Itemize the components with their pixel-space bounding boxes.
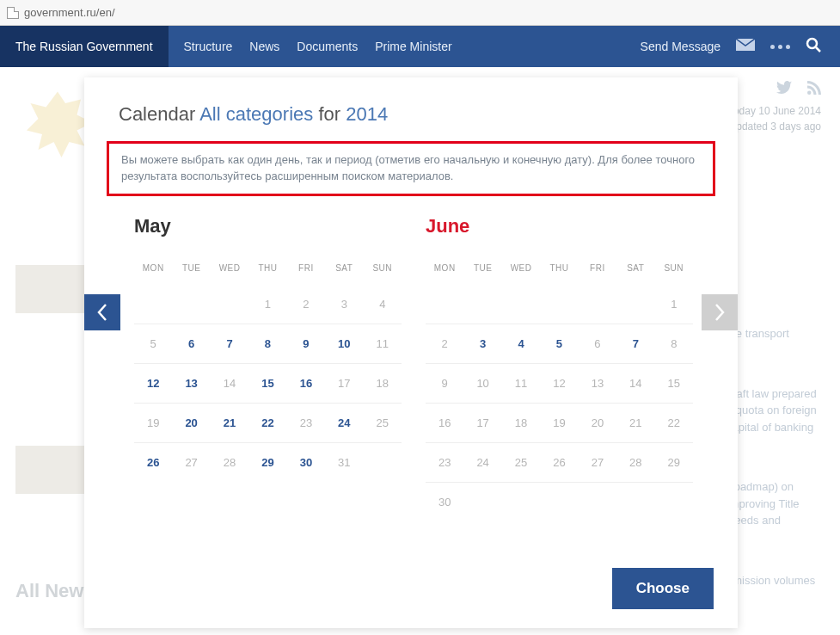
calendar-day[interactable]: 4: [364, 285, 402, 324]
calendar-day[interactable]: 8: [248, 324, 286, 364]
calendar-day[interactable]: 5: [134, 324, 172, 364]
calendar-day[interactable]: 21: [211, 404, 248, 443]
calendar-day: [134, 285, 172, 324]
calendar-day[interactable]: 23: [287, 404, 325, 443]
calendar-day[interactable]: 24: [463, 443, 501, 483]
calendar-day[interactable]: 3: [463, 324, 501, 364]
updated-text: Updated 3 days ago: [728, 119, 821, 134]
calendar-day[interactable]: 27: [579, 443, 616, 483]
calendar-day[interactable]: 20: [172, 404, 210, 443]
site-brand[interactable]: The Russian Government: [0, 26, 169, 67]
nav-right: Send Message: [641, 37, 840, 56]
calendar-day[interactable]: 12: [134, 364, 172, 404]
more-icon[interactable]: [770, 45, 790, 49]
today-text: Today 10 June 2014: [728, 103, 821, 119]
calendar-day[interactable]: 13: [579, 364, 616, 404]
calendar-day[interactable]: 14: [211, 364, 248, 404]
calendar-day[interactable]: 1: [248, 285, 286, 324]
dow-header: FRI: [579, 256, 616, 285]
search-icon[interactable]: [806, 37, 821, 56]
calendar-day[interactable]: 3: [325, 285, 363, 324]
calendar-day[interactable]: 24: [325, 404, 363, 443]
calendar-day: [172, 285, 210, 324]
prev-month-button[interactable]: [84, 294, 120, 330]
calendar-day[interactable]: 26: [134, 443, 172, 483]
calendar-day[interactable]: 16: [426, 404, 463, 443]
nav-news[interactable]: News: [249, 40, 279, 53]
category-link[interactable]: All categories: [199, 103, 313, 125]
choose-button[interactable]: Choose: [612, 568, 714, 609]
calendar-day[interactable]: 6: [172, 324, 210, 364]
calendar-day[interactable]: 30: [426, 483, 463, 522]
calendar-day[interactable]: 29: [248, 443, 286, 483]
calendar-day[interactable]: 20: [579, 404, 616, 443]
calendar-day[interactable]: 12: [540, 364, 578, 404]
calendar-day[interactable]: 25: [502, 443, 540, 483]
calendar-day[interactable]: 17: [325, 364, 363, 404]
calendar-day[interactable]: 31: [325, 443, 363, 483]
calendar-day: [463, 483, 501, 522]
calendar-day: [579, 285, 616, 324]
calendar-day[interactable]: 27: [172, 443, 210, 483]
calendar-day[interactable]: 11: [364, 324, 402, 364]
calendar-day[interactable]: 21: [616, 404, 654, 443]
calendar-day[interactable]: 17: [463, 404, 501, 443]
calendar-day[interactable]: 28: [211, 443, 248, 483]
for-word: for: [318, 103, 340, 125]
calendar-day: [579, 483, 616, 522]
dow-header: THU: [248, 256, 286, 285]
nav-structure[interactable]: Structure: [184, 40, 233, 53]
dow-header: SAT: [616, 256, 654, 285]
calendar-day[interactable]: 9: [287, 324, 325, 364]
calendar-day[interactable]: 18: [502, 404, 540, 443]
calendar-day[interactable]: 5: [540, 324, 578, 364]
page-icon: [7, 7, 19, 19]
calendar-day[interactable]: 6: [579, 324, 616, 364]
svg-point-1: [807, 39, 817, 48]
calendar-day[interactable]: 19: [540, 404, 578, 443]
nav-documents[interactable]: Documents: [297, 40, 358, 53]
calendar-day[interactable]: 25: [364, 404, 402, 443]
calendar-day[interactable]: 14: [616, 364, 654, 404]
calendar-day[interactable]: 11: [502, 364, 540, 404]
calendar-day[interactable]: 22: [248, 404, 286, 443]
calendar-day[interactable]: 7: [211, 324, 248, 364]
calendar-day[interactable]: 29: [655, 443, 693, 483]
calendar-day: [540, 285, 578, 324]
calendar-day[interactable]: 10: [325, 324, 363, 364]
twitter-icon[interactable]: [776, 81, 792, 98]
calendar-day[interactable]: 28: [616, 443, 654, 483]
nav-prime-minister[interactable]: Prime Minister: [375, 40, 451, 53]
calendar-day[interactable]: 2: [426, 324, 463, 364]
calendar-day: [540, 483, 578, 522]
calendar-day: [616, 483, 654, 522]
calendar-day[interactable]: 13: [172, 364, 210, 404]
bg-thumb-2: [15, 446, 93, 494]
calendar-day[interactable]: 30: [287, 443, 325, 483]
calendar-day[interactable]: 18: [364, 364, 402, 404]
calendar-day[interactable]: 4: [502, 324, 540, 364]
calendar-day[interactable]: 1: [655, 285, 693, 324]
calendar-day: [364, 443, 402, 483]
rss-icon[interactable]: [807, 81, 821, 98]
calendar-day[interactable]: 9: [426, 364, 463, 404]
next-month-button[interactable]: [702, 294, 738, 330]
dow-header: SUN: [364, 256, 402, 285]
calendar-day[interactable]: 10: [463, 364, 501, 404]
calendar-day: [463, 285, 501, 324]
send-message-link[interactable]: Send Message: [641, 40, 720, 53]
envelope-icon[interactable]: [736, 39, 755, 54]
calendar-day[interactable]: 15: [655, 364, 693, 404]
calendar-day[interactable]: 23: [426, 443, 463, 483]
calendar-day[interactable]: 26: [540, 443, 578, 483]
calendar-day[interactable]: 8: [655, 324, 693, 364]
calendar-day[interactable]: 2: [287, 285, 325, 324]
month-june: JuneMONTUEWEDTHUFRISATSUN123456789101112…: [426, 215, 693, 522]
year-link[interactable]: 2014: [346, 103, 388, 125]
calendar-day[interactable]: 19: [134, 404, 172, 443]
calendar-day[interactable]: 16: [287, 364, 325, 404]
calendar-day: [616, 285, 654, 324]
calendar-day[interactable]: 22: [655, 404, 693, 443]
calendar-day[interactable]: 15: [248, 364, 286, 404]
calendar-day[interactable]: 7: [616, 324, 654, 364]
